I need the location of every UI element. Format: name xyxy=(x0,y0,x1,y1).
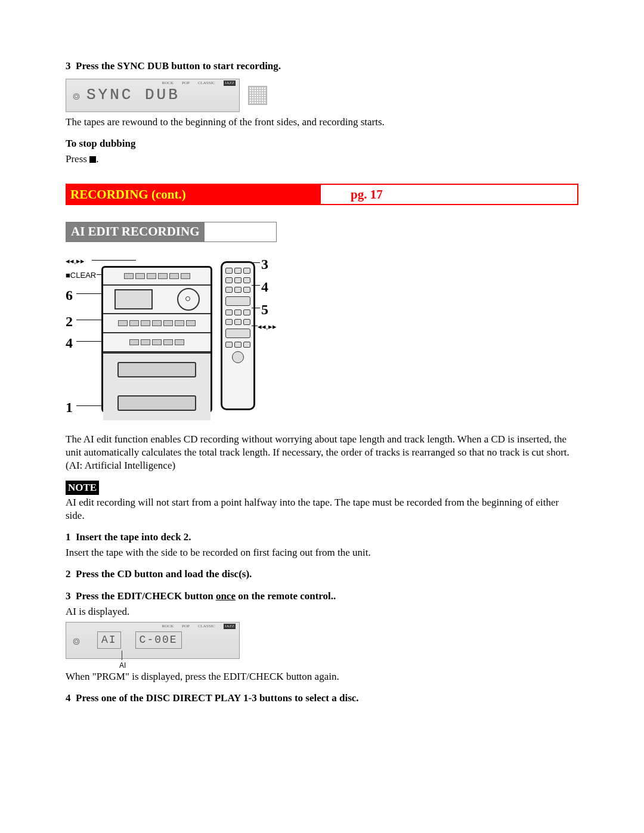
cd-disc-icon xyxy=(177,288,200,311)
callout-3: 3 xyxy=(261,255,268,274)
step4-headline: 4 Press one of the DISC DIRECT PLAY 1-3 … xyxy=(66,692,578,705)
stop-dubbing-heading: To stop dubbing xyxy=(66,137,578,150)
step2-headline: 2 Press the CD button and load the disc(… xyxy=(66,568,578,581)
section-page: pg. 17 xyxy=(345,185,389,204)
lcd-ai: ROCK POP CLASSIC JAZZ ⌾ AI C-00E xyxy=(66,622,240,659)
ai-heading: AI EDIT RECORDING xyxy=(66,222,205,241)
lcd-c00e-seg: C-00E xyxy=(135,631,182,649)
disc-icon-2: ⌾ xyxy=(66,633,86,648)
ai-description: The AI edit function enables CD recordin… xyxy=(66,433,578,472)
lcd-mode-row: ROCK POP CLASSIC JAZZ xyxy=(90,80,236,86)
stereo-unit xyxy=(101,266,212,413)
label-rew-ff: ◂◂,▸▸ xyxy=(66,256,85,267)
step1-body: Insert the tape with the side to be reco… xyxy=(66,546,578,559)
step1-headline: 1 Insert the tape into deck 2. xyxy=(66,531,578,544)
label-rew-ff-right: ◂◂,▸▸ xyxy=(258,322,277,332)
lcd-sync-dub-text: SYNC DUB xyxy=(86,85,239,106)
callout-4-left: 4 xyxy=(66,334,73,352)
label-clear: ■CLEAR xyxy=(66,271,96,281)
stop-dubbing-press: Press . xyxy=(66,153,578,166)
note-body: AI edit recording will not start from a … xyxy=(66,496,578,522)
section-title: RECORDING (cont.) xyxy=(67,185,321,204)
step3b-after: When "PRGM" is displayed, press the EDIT… xyxy=(66,670,578,683)
ai-sublabel: AI xyxy=(119,661,578,671)
equalizer-icon xyxy=(248,86,267,105)
callout-5: 5 xyxy=(261,301,268,319)
disc-icon: ⌾ xyxy=(66,88,86,103)
step3-headline: 3 Press the SYNC DUB button to start rec… xyxy=(66,60,578,73)
step3-text: Press the SYNC DUB button to start recor… xyxy=(76,60,281,72)
step3b-headline: 3 Press the EDIT/CHECK button once on th… xyxy=(66,590,578,603)
section-bar: RECORDING (cont.) pg. 17 xyxy=(66,184,578,205)
callout-4-right: 4 xyxy=(261,278,268,296)
step3b-body: AI is displayed. xyxy=(66,605,578,618)
lcd-mode-row-2: ROCK POP CLASSIC JAZZ xyxy=(90,624,236,629)
step3-number: 3 xyxy=(66,60,71,72)
remote-control xyxy=(221,261,255,410)
callout-2: 2 xyxy=(66,312,73,331)
tape-slot-lower xyxy=(103,387,210,420)
step3-after: The tapes are rewound to the beginning o… xyxy=(66,116,578,129)
callout-1: 1 xyxy=(66,398,73,417)
tape-slot-upper xyxy=(103,352,210,387)
lcd-ai-seg: AI xyxy=(97,631,121,649)
lcd-sync-dub: ROCK POP CLASSIC JAZZ ⌾ SYNC DUB xyxy=(66,79,240,112)
product-diagram: ◂◂,▸▸ ■CLEAR 6 2 4 1 xyxy=(66,249,268,422)
callout-6: 6 xyxy=(66,286,73,305)
note-label: NOTE xyxy=(66,481,99,495)
stop-icon xyxy=(89,156,96,163)
ai-heading-box: AI EDIT RECORDING xyxy=(66,222,277,241)
